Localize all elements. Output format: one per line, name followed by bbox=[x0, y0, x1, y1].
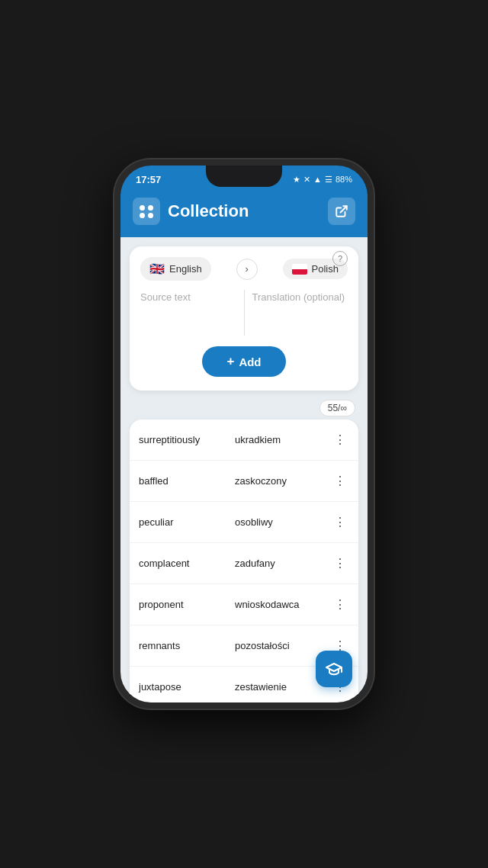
add-word-card: 🇬🇧 English › Polish ? Sou bbox=[130, 246, 358, 391]
dots-grid-icon bbox=[140, 205, 154, 218]
more-options-button[interactable]: ⋮ bbox=[331, 597, 349, 612]
word-polish: zaskoczony bbox=[235, 475, 331, 487]
word-english: surreptitiously bbox=[139, 434, 235, 445]
word-row: baffledzaskoczony⋮ bbox=[130, 461, 358, 502]
app-title: Collection bbox=[168, 201, 249, 221]
count-badge-container: 55/∞ bbox=[120, 397, 368, 420]
more-options-button[interactable]: ⋮ bbox=[331, 515, 349, 529]
word-english: peculiar bbox=[139, 516, 235, 528]
source-language-label: English bbox=[169, 263, 202, 275]
count-pill: 55/∞ bbox=[319, 400, 355, 416]
mute-icon: ✕ bbox=[303, 175, 310, 185]
study-fab-button[interactable] bbox=[316, 651, 352, 687]
word-english: complacent bbox=[139, 558, 235, 569]
app-header: Collection bbox=[120, 190, 368, 237]
translation-input-row: Source text Translation (optional) bbox=[140, 290, 348, 336]
word-english: juxtapose bbox=[139, 681, 235, 693]
signal-icon: ☰ bbox=[325, 175, 332, 185]
word-polish: zadufany bbox=[235, 558, 331, 569]
svg-line-0 bbox=[341, 206, 347, 212]
source-language-button[interactable]: 🇬🇧 English bbox=[140, 257, 211, 281]
help-button[interactable]: ? bbox=[332, 251, 348, 266]
translation-text-input[interactable]: Translation (optional) bbox=[252, 290, 348, 336]
word-row: complacentzadufany⋮ bbox=[130, 543, 358, 584]
word-row: proponentwnioskodawca⋮ bbox=[130, 584, 358, 625]
phone-frame: 17:57 ★ ✕ ▲ ☰ 88% Collection bbox=[114, 159, 374, 709]
word-english: proponent bbox=[139, 599, 235, 610]
export-button[interactable] bbox=[328, 198, 355, 225]
add-label: Add bbox=[239, 355, 261, 368]
wifi-icon: ▲ bbox=[313, 175, 322, 184]
bluetooth-icon: ★ bbox=[293, 175, 300, 185]
header-left: Collection bbox=[133, 198, 249, 225]
source-text-input[interactable]: Source text bbox=[140, 290, 236, 336]
swap-language-button[interactable]: › bbox=[236, 259, 258, 280]
language-row: 🇬🇧 English › Polish ? bbox=[140, 257, 348, 281]
battery-label: 88% bbox=[336, 175, 352, 184]
more-options-button[interactable]: ⋮ bbox=[331, 432, 349, 447]
question-mark-icon: ? bbox=[338, 254, 342, 263]
english-flag-icon: 🇬🇧 bbox=[149, 262, 165, 276]
plus-icon: + bbox=[226, 354, 234, 369]
target-language-label: Polish bbox=[312, 263, 339, 275]
more-options-button[interactable]: ⋮ bbox=[331, 556, 349, 571]
content-area: 🇬🇧 English › Polish ? Sou bbox=[120, 237, 368, 702]
word-polish: pozostałości bbox=[235, 640, 331, 651]
add-button[interactable]: + Add bbox=[202, 346, 285, 377]
polish-flag-icon bbox=[292, 264, 307, 275]
word-polish: zestawienie bbox=[235, 681, 331, 693]
status-icons: ★ ✕ ▲ ☰ 88% bbox=[293, 175, 352, 185]
word-polish: osobliwy bbox=[235, 516, 331, 528]
word-english: remnants bbox=[139, 640, 235, 651]
word-polish: wnioskodawca bbox=[235, 599, 331, 610]
word-english: baffled bbox=[139, 475, 235, 487]
word-polish: ukradkiem bbox=[235, 434, 331, 445]
word-row: peculiarosobliwy⋮ bbox=[130, 502, 358, 543]
notch bbox=[206, 166, 282, 187]
vertical-divider bbox=[244, 290, 245, 336]
status-time: 17:57 bbox=[136, 174, 161, 185]
word-row: surreptitiouslyukradkiem⋮ bbox=[130, 420, 358, 461]
app-icon-button[interactable] bbox=[133, 198, 160, 225]
more-options-button[interactable]: ⋮ bbox=[331, 474, 349, 488]
arrow-right-icon: › bbox=[245, 263, 248, 275]
count-label: 55/∞ bbox=[328, 403, 347, 413]
